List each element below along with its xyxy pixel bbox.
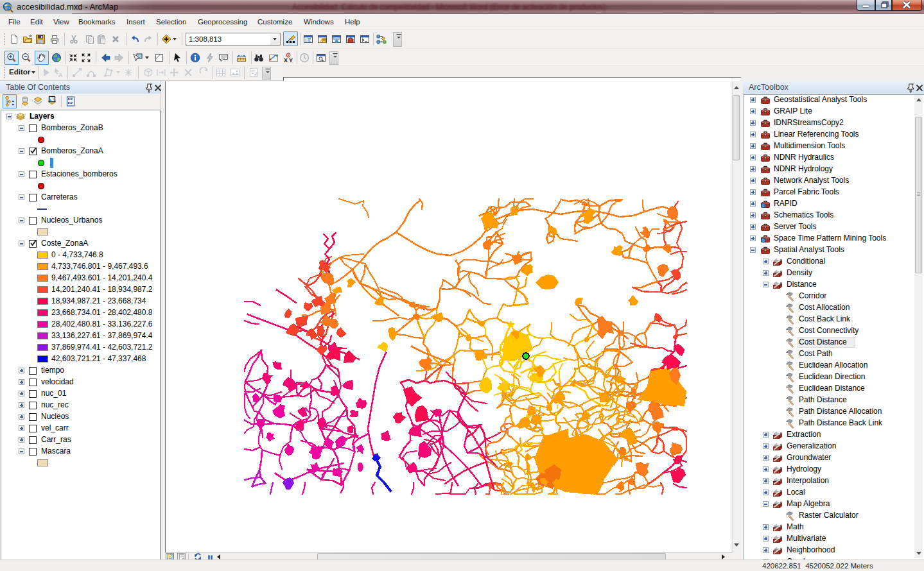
svg-text:A: A [58,72,63,78]
svg-text:Y: Y [289,57,293,63]
svg-text:X: X [284,57,288,63]
